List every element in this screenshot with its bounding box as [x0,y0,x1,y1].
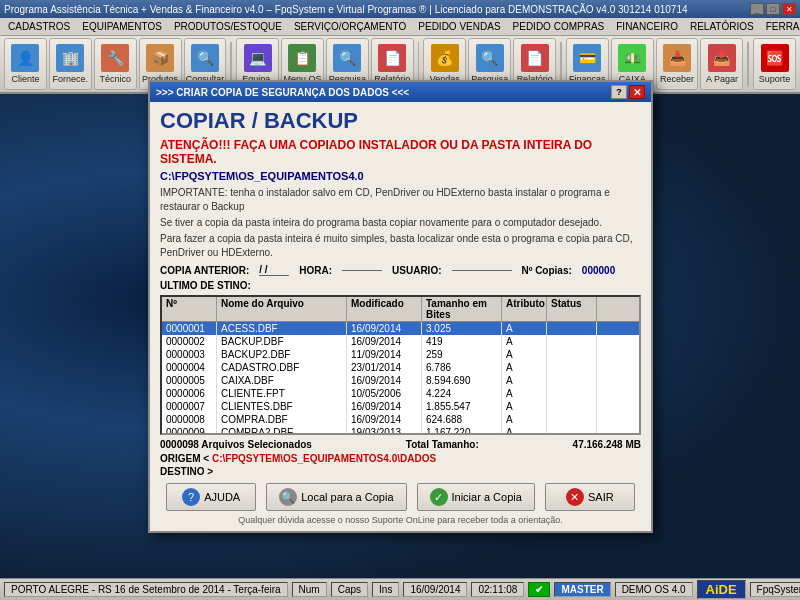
maximize-button[interactable]: □ [766,3,780,15]
file-col-num: 0000001 [162,322,217,335]
file-row[interactable]: 0000008 COMPRA.DBF 16/09/2014 624.688 A [162,413,639,426]
window-controls: _ □ ✕ [750,3,796,15]
tecnico-icon: 🔧 [101,44,129,72]
local-copia-icon: 🔍 [279,488,297,506]
n-copias-value: 000000 [582,265,615,276]
file-list[interactable]: Nº Nome do Arquivo Modificado Tamanho em… [160,295,641,435]
toolbar-a-pagar[interactable]: 📤 A Pagar [700,38,743,90]
receber-icon: 📥 [663,44,691,72]
menu-ferramentas[interactable]: FERRAMENTAS [760,19,800,34]
menu-relatorios[interactable]: RELATÓRIOS [684,19,760,34]
col-header-name: Nome do Arquivo [217,297,347,321]
ajuda-icon: ? [182,488,200,506]
file-col-date: 23/01/2014 [347,361,422,374]
toolbar-cliente[interactable]: 👤 Cliente [4,38,47,90]
total-value: 47.166.248 MB [573,439,641,450]
vendas-icon: 💰 [431,44,459,72]
file-col-num: 0000007 [162,400,217,413]
file-col-size: 1.167.220 [422,426,502,435]
menu-equipamentos[interactable]: EQUIPAMENTOS [76,19,168,34]
destino-label: DESTINO > [160,466,213,477]
file-col-name: CADASTRO.DBF [217,361,347,374]
dialog-warning: ATENÇÃO!!! FAÇA UMA COPIADO INSTALADOR O… [160,138,641,166]
file-col-name: BACKUP2.DBF [217,348,347,361]
file-row[interactable]: 0000006 CLIENTE.FPT 10/05/2006 4.224 A [162,387,639,400]
iniciar-copia-icon: ✓ [430,488,448,506]
menu-pedido-vendas[interactable]: PEDIDO VENDAS [412,19,506,34]
file-col-status [547,348,597,361]
ajuda-label: AJUDA [204,491,240,503]
status-aide: AiDE [697,580,746,599]
file-row[interactable]: 0000001 ACESS.DBF 16/09/2014 3.025 A [162,322,639,335]
local-copia-button[interactable]: 🔍 Local para a Copia [266,483,406,511]
ultimo-destino-label: ULTIMO DE STINO: [160,280,641,291]
dialog-help-button[interactable]: ? [611,85,627,99]
file-col-num: 0000008 [162,413,217,426]
dialog-path: C:\FPQSYTEM\OS_EQUIPAMENTOS4.0 [160,170,641,182]
file-col-num: 0000005 [162,374,217,387]
file-col-date: 16/09/2014 [347,413,422,426]
file-row[interactable]: 0000009 COMPRA2.DBF 19/03/2013 1.167.220… [162,426,639,435]
file-col-attr: A [502,374,547,387]
cliente-icon: 👤 [11,44,39,72]
file-rows: 0000001 ACESS.DBF 16/09/2014 3.025 A 000… [162,322,639,435]
file-col-status [547,413,597,426]
file-col-name: CLIENTE.FPT [217,387,347,400]
menu-financeiro[interactable]: FINANCEIRO [610,19,684,34]
status-fpqsystem: FpqSystem [750,582,800,597]
file-row[interactable]: 0000007 CLIENTES.DBF 16/09/2014 1.855.54… [162,400,639,413]
file-row[interactable]: 0000002 BACKUP.DBF 16/09/2014 419 A [162,335,639,348]
close-window-button[interactable]: ✕ [782,3,796,15]
file-row[interactable]: 0000003 BACKUP2.DBF 11/09/2014 259 A [162,348,639,361]
file-col-name: ACESS.DBF [217,322,347,335]
origem-label: ORIGEM < [160,453,209,464]
file-col-status [547,361,597,374]
sair-label: SAIR [588,491,614,503]
file-col-num: 0000003 [162,348,217,361]
toolbar-receber[interactable]: 📥 Receber [656,38,699,90]
menu-bar: CADASTROS EQUIPAMENTOS PRODUTOS/ESTOQUE … [0,18,800,36]
a-pagar-icon: 📤 [708,44,736,72]
sair-button[interactable]: ✕ SAIR [545,483,635,511]
file-col-status [547,400,597,413]
file-col-attr: A [502,387,547,400]
toolbar-suporte[interactable]: 🆘 Suporte [753,38,796,90]
dialog-close-button[interactable]: ✕ [629,85,645,99]
col-header-size: Tamanho em Bites [422,297,502,321]
support-text: Qualquer dúvida acesse o nosso Suporte O… [160,515,641,525]
usuario-value [452,270,512,271]
file-row[interactable]: 0000004 CADASTRO.DBF 23/01/2014 6.786 A [162,361,639,374]
file-col-date: 16/09/2014 [347,374,422,387]
toolbar-fornece[interactable]: 🏢 Fornece. [49,38,92,90]
dialog-action-buttons: ? AJUDA 🔍 Local para a Copia ✓ Iniciar a… [160,483,641,511]
minimize-button[interactable]: _ [750,3,764,15]
fornece-icon: 🏢 [56,44,84,72]
file-col-size: 624.688 [422,413,502,426]
file-col-attr: A [502,335,547,348]
iniciar-copia-label: Iniciar a Copia [452,491,522,503]
file-row[interactable]: 0000005 CAIXA.DBF 16/09/2014 8.594.690 A [162,374,639,387]
iniciar-copia-button[interactable]: ✓ Iniciar a Copia [417,483,535,511]
file-col-attr: A [502,361,547,374]
dialog-heading: COPIAR / BACKUP [160,108,641,134]
file-col-name: CLIENTES.DBF [217,400,347,413]
menu-pedido-compras[interactable]: PEDIDO COMPRAS [507,19,611,34]
menu-cadastros[interactable]: CADASTROS [2,19,76,34]
menu-servico-orcamento[interactable]: SERVIÇO/ORÇAMENTO [288,19,412,34]
dialog-title: >>> CRIAR COPIA DE SEGURANÇA DOS DADOS <… [156,87,409,98]
file-col-attr: A [502,400,547,413]
status-time: 02:11:08 [471,582,524,597]
file-col-date: 16/09/2014 [347,400,422,413]
file-col-status [547,335,597,348]
col-header-num: Nº [162,297,217,321]
menu-produtos-estoque[interactable]: PRODUTOS/ESTOQUE [168,19,288,34]
col-header-attr: Atributo [502,297,547,321]
total-label: Total Tamanho: [406,439,479,450]
n-copias-label: Nº Copias: [522,265,572,276]
file-col-status [547,374,597,387]
toolbar-tecnico[interactable]: 🔧 Técnico [94,38,137,90]
file-col-num: 0000006 [162,387,217,400]
ajuda-button[interactable]: ? AJUDA [166,483,256,511]
title-text: Programa Assistência Técnica + Vendas & … [4,4,688,15]
status-bar: PORTO ALEGRE - RS 16 de Setembro de 2014… [0,578,800,600]
